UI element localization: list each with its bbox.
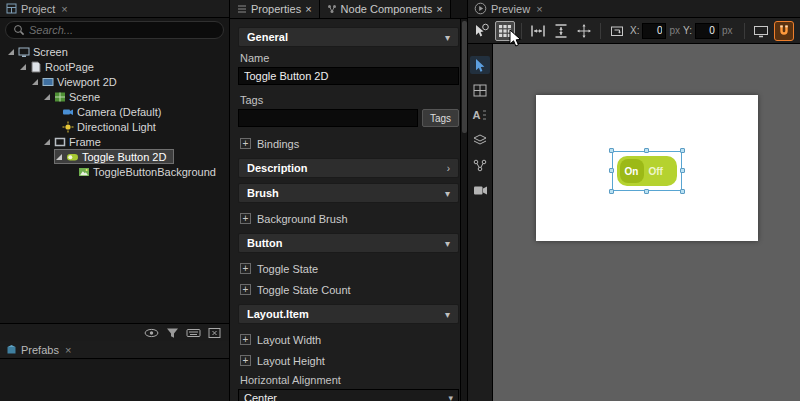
tree-row-togglebuttonbackground[interactable]: ToggleButtonBackground (0, 164, 229, 179)
prefabs-close-icon[interactable]: × (65, 344, 71, 356)
add-toggle-state-count-row[interactable]: + Toggle State Count (238, 279, 459, 300)
tree-row-screen[interactable]: Screen (0, 44, 229, 59)
add-background-brush-row[interactable]: + Background Brush (238, 208, 459, 229)
search-input[interactable] (29, 24, 216, 36)
chevron-down-icon: ▾ (445, 309, 450, 320)
fit-height-button[interactable] (551, 21, 571, 41)
toggle-button-node[interactable]: On Off (617, 156, 677, 186)
grid-view-button[interactable] (470, 81, 490, 99)
plus-icon[interactable]: + (240, 355, 251, 366)
section-header-brush[interactable]: Brush ▾ (238, 183, 459, 203)
prefabs-empty-area (0, 359, 229, 401)
section-header-layout-item[interactable]: Layout.Item ▾ (238, 304, 459, 324)
section-header-general[interactable]: General ▾ (238, 27, 459, 47)
snap-magnet-button[interactable] (774, 21, 794, 41)
plus-icon[interactable]: + (240, 334, 251, 345)
add-layout-width-row[interactable]: + Layout Width (238, 329, 459, 350)
selection-handle[interactable] (609, 148, 614, 153)
preview-panel-header[interactable]: Preview × (468, 0, 800, 18)
toggle-on-knob[interactable]: On (620, 159, 644, 183)
expand-arrow-icon[interactable] (42, 92, 51, 101)
project-close-icon[interactable]: × (61, 3, 67, 15)
x-offset-input[interactable] (642, 23, 666, 39)
expand-arrow-icon[interactable] (54, 152, 63, 161)
section-title: Description (247, 162, 308, 174)
layers-button[interactable] (470, 131, 490, 149)
prefabs-panel-header[interactable]: Prefabs × (0, 341, 229, 359)
toolbar-separator (521, 23, 522, 39)
tree-row-directional-light[interactable]: Directional Light (0, 119, 229, 134)
name-field[interactable] (238, 67, 459, 85)
layout-width-label: Layout Width (257, 334, 321, 346)
expand-arrow-icon[interactable] (30, 77, 39, 86)
prefabs-panel-title: Prefabs (21, 344, 59, 356)
add-toggle-state-row[interactable]: + Toggle State (238, 258, 459, 279)
properties-scrollbar[interactable] (460, 19, 467, 401)
tags-field[interactable] (238, 109, 418, 127)
text-tool-button[interactable]: A (470, 106, 490, 124)
node-graph-button[interactable] (470, 156, 490, 174)
scrollbar-thumb[interactable] (462, 21, 467, 133)
fit-width-button[interactable] (528, 21, 548, 41)
tree-item-label: Screen (33, 46, 68, 58)
add-layout-height-row[interactable]: + Layout Height (238, 350, 459, 371)
tree-row-scene[interactable]: Scene (0, 89, 229, 104)
tab-properties[interactable]: Properties × (230, 0, 320, 18)
screen-icon (18, 46, 30, 58)
plus-icon[interactable]: + (240, 263, 251, 274)
frame-icon (54, 136, 66, 148)
scene-icon (54, 91, 66, 103)
tab-close-icon[interactable]: × (305, 3, 311, 15)
tree-row-viewport2d[interactable]: Viewport 2D (0, 74, 229, 89)
layout-height-label: Layout Height (257, 355, 325, 367)
selection-handle[interactable] (644, 148, 649, 153)
y-offset-input[interactable] (695, 23, 719, 39)
selection-handle[interactable] (609, 189, 614, 194)
keyboard-icon[interactable] (186, 327, 201, 339)
preview-resolution-button[interactable] (751, 21, 771, 41)
expand-arrow-icon[interactable] (42, 137, 51, 146)
preview-artboard[interactable]: On Off (536, 95, 758, 241)
horizontal-alignment-select[interactable]: Center ▾ (238, 389, 459, 401)
tree-row-frame[interactable]: Frame (0, 134, 229, 149)
pan-move-button[interactable] (574, 21, 594, 41)
chevron-down-icon: ▾ (445, 238, 450, 249)
tree-row-toggle-button-2d[interactable]: Toggle Button 2D (0, 149, 229, 164)
plus-icon[interactable]: + (240, 138, 251, 149)
project-search[interactable] (5, 21, 224, 39)
tags-button[interactable]: Tags (422, 109, 459, 127)
tree-row-rootpage[interactable]: RootPage (0, 59, 229, 74)
filter-funnel-icon[interactable] (166, 327, 179, 339)
selection-handle[interactable] (680, 168, 685, 173)
add-bindings-row[interactable]: + Bindings (238, 133, 459, 154)
selection-handle[interactable] (680, 189, 685, 194)
dock-close-icon[interactable] (208, 327, 221, 339)
section-header-description[interactable]: Description › (238, 158, 459, 178)
expand-arrow-icon[interactable] (6, 47, 15, 56)
expand-arrow-icon[interactable] (18, 62, 27, 71)
tab-node-components[interactable]: Node Components × (320, 0, 451, 18)
plus-icon[interactable]: + (240, 284, 251, 295)
pick-tool-button[interactable] (472, 21, 492, 41)
section-header-button[interactable]: Button ▾ (238, 233, 459, 253)
name-label: Name (240, 52, 457, 64)
grid-overlay-button[interactable] (495, 21, 515, 41)
camera-preview-button[interactable] (470, 181, 490, 199)
tree-item-label: ToggleButtonBackground (93, 166, 216, 178)
select-tool-button[interactable] (470, 56, 490, 74)
tree-row-camera[interactable]: Camera (Default) (0, 104, 229, 119)
preview-close-icon[interactable]: × (536, 3, 542, 15)
reset-offset-button[interactable] (607, 21, 627, 41)
visibility-eye-icon[interactable] (144, 327, 159, 339)
plus-icon[interactable]: + (240, 213, 251, 224)
selection-handle[interactable] (680, 148, 685, 153)
toggle-button-2d[interactable]: On Off (617, 156, 677, 186)
selection-handle[interactable] (609, 168, 614, 173)
selection-handle[interactable] (644, 189, 649, 194)
prefabs-panel-icon (6, 344, 17, 355)
tab-close-icon[interactable]: × (436, 3, 442, 15)
project-tree: Screen RootPage Viewport 2D Scene Camera… (0, 41, 229, 323)
project-panel-header[interactable]: Project × (0, 0, 229, 18)
preview-stage[interactable]: On Off (493, 44, 800, 401)
preview-panel-title: Preview (491, 3, 530, 15)
